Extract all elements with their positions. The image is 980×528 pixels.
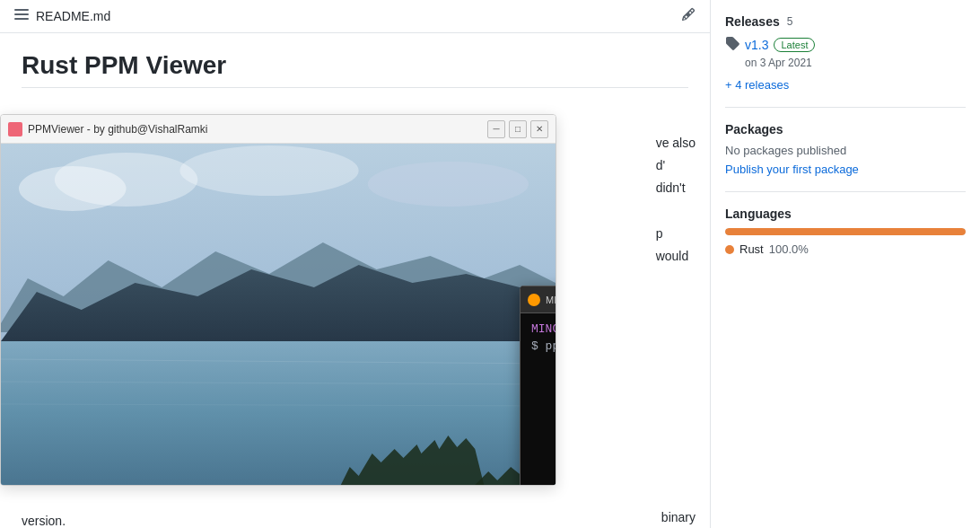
releases-section-title: Releases 5 (725, 14, 966, 29)
svg-rect-0 (14, 9, 29, 11)
svg-point-5 (55, 153, 197, 207)
right-panel: Releases 5 v1.3 Latest on 3 Apr 2021 + 4… (711, 0, 980, 528)
tag-icon (725, 36, 739, 53)
terminal-window: MINGW64:/c/Users/Downloads/part3pairs ─ … (520, 286, 556, 485)
release-item: v1.3 Latest (725, 36, 966, 53)
latest-badge: Latest (774, 38, 815, 52)
releases-section: Releases 5 v1.3 Latest on 3 Apr 2021 + 4… (725, 14, 966, 108)
maximize-button[interactable]: □ (509, 120, 527, 138)
bottom-text2: version. (22, 514, 66, 528)
partial-text: ve also d' didn't p would (656, 132, 696, 268)
app-window-title: PPMViewer - by github@VishalRamki (8, 122, 207, 136)
languages-section: Languages Rust 100.0% (725, 207, 966, 270)
minimize-button[interactable]: ─ (487, 120, 505, 138)
bottom-text: binary (661, 510, 696, 524)
readme-filename: README.md (36, 9, 110, 23)
edit-icon[interactable] (681, 7, 696, 25)
app-window-body: MINGW64:/c/Users/Downloads/part3pairs ─ … (1, 144, 556, 485)
app-icon-small (8, 122, 22, 136)
landscape-image: MINGW64:/c/Users/Downloads/part3pairs ─ … (1, 144, 556, 485)
readme-header: README.md (0, 0, 710, 33)
close-button[interactable]: ✕ (530, 120, 548, 138)
release-date: on 3 Apr 2021 (745, 57, 966, 69)
readme-content: Rust PPM Viewer PPMViewer - by github@Vi… (0, 33, 710, 528)
language-item-rust: Rust 100.0% (725, 242, 966, 256)
readme-title: Rust PPM Viewer (22, 51, 688, 88)
no-packages-text: No packages published (725, 144, 966, 157)
svg-point-7 (368, 162, 529, 207)
readme-header-left: README.md (14, 7, 110, 25)
languages-section-title: Languages (725, 207, 966, 221)
releases-count: 5 (787, 15, 793, 28)
terminal-body: MINGW64 ~/Downloads/part3pairs $ ppmview… (521, 313, 556, 485)
terminal-title-text: MINGW64:/c/Users/Downloads/part3pairs (546, 295, 556, 305)
more-releases-link[interactable]: + 4 releases (725, 78, 789, 92)
svg-rect-2 (14, 18, 29, 20)
languages-bar (725, 228, 966, 235)
languages-bar-fill (725, 228, 966, 235)
packages-section: Packages No packages published Publish y… (725, 122, 966, 192)
app-window: PPMViewer - by github@VishalRamki ─ □ ✕ (0, 114, 556, 486)
rust-language-dot (725, 245, 734, 254)
rust-language-name: Rust (739, 242, 764, 256)
app-window-titlebar: PPMViewer - by github@VishalRamki ─ □ ✕ (1, 115, 556, 144)
terminal-titlebar: MINGW64:/c/Users/Downloads/part3pairs ─ … (521, 286, 556, 313)
terminal-command-line: $ ppmviewer.exe borabora_2.ppm (531, 339, 556, 353)
left-panel: README.md Rust PPM Viewer PPMViewer - by… (0, 0, 711, 528)
packages-section-title: Packages (725, 122, 966, 136)
publish-package-link[interactable]: Publish your first package (725, 163, 859, 176)
terminal-icon (528, 294, 540, 306)
svg-rect-1 (14, 13, 29, 15)
app-window-title-text: PPMViewer - by github@VishalRamki (28, 123, 207, 136)
hamburger-icon[interactable] (14, 7, 29, 25)
terminal-title: MINGW64:/c/Users/Downloads/part3pairs (528, 294, 556, 306)
svg-point-6 (179, 145, 358, 196)
terminal-prompt-line: MINGW64 ~/Downloads/part3pairs (531, 322, 556, 336)
releases-title-text: Releases (725, 14, 780, 29)
languages-title-text: Languages (725, 207, 792, 221)
packages-title-text: Packages (725, 122, 783, 136)
release-version[interactable]: v1.3 (745, 38, 768, 52)
terminal-user: MINGW64 (531, 322, 556, 336)
window-controls: ─ □ ✕ (487, 120, 548, 138)
rust-language-pct: 100.0% (769, 242, 809, 256)
